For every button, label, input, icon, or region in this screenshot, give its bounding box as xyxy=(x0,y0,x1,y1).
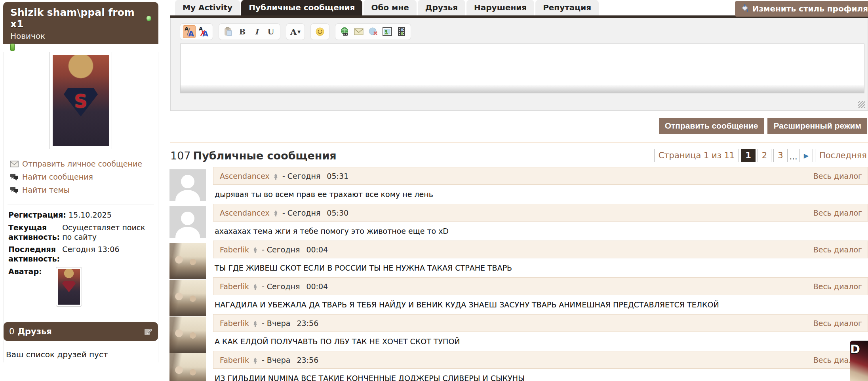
info-label: Аватар: xyxy=(8,267,51,307)
commenter-avatar[interactable] xyxy=(169,280,206,316)
info-value: 15.10.2025 xyxy=(66,210,112,220)
message-time: 00:04 xyxy=(306,282,328,291)
overlay-letter: D xyxy=(850,342,860,356)
chevron-down-icon: ▼ xyxy=(297,30,301,34)
message-row: Ascendancex - Сегодня 05:30 Весь диалог … xyxy=(170,204,868,241)
message-text: дырявая ты во всем прав ее трахают все к… xyxy=(213,185,868,199)
bold-icon[interactable]: B xyxy=(236,25,249,38)
editor-toolbar: AA AA✗ B I U xyxy=(171,18,868,44)
insert-link-icon[interactable] xyxy=(338,25,351,38)
send-message-button[interactable]: Отправить сообщение xyxy=(659,118,764,134)
message-time: 23:56 xyxy=(297,319,319,328)
view-dialog-link[interactable]: Весь диалог xyxy=(813,172,862,180)
info-value xyxy=(51,267,82,307)
message-row: Faberlik - Сегодня 00:04 Весь диалог НАГ… xyxy=(170,277,868,314)
toolbar-group-format: B I U xyxy=(219,24,280,40)
commenter-avatar[interactable] xyxy=(169,317,206,353)
font-size-icon[interactable]: A▼ xyxy=(289,25,302,38)
author-link[interactable]: Faberlik xyxy=(220,319,249,328)
info-value: Сегодня 13:06 xyxy=(60,245,119,264)
message-time: 23:56 xyxy=(297,356,319,364)
page-button-2[interactable]: 2 xyxy=(758,149,771,162)
author-link[interactable]: Faberlik xyxy=(220,245,249,254)
commenter-avatar[interactable] xyxy=(169,169,206,201)
edit-friends-icon[interactable] xyxy=(144,327,152,336)
commenter-avatar[interactable] xyxy=(169,206,206,238)
italic-icon[interactable]: I xyxy=(250,25,263,38)
view-dialog-link[interactable]: Весь диалог xyxy=(813,209,862,217)
info-row-current-activity: Текущая активность: Осуществляет поиск п… xyxy=(8,223,154,242)
view-dialog-link[interactable]: Весь диалог xyxy=(813,245,862,254)
edit-profile-style-button[interactable]: Изменить стиль профиля xyxy=(735,1,868,17)
page-button-1[interactable]: 1 xyxy=(741,149,756,162)
commenter-avatar[interactable] xyxy=(169,243,206,279)
avatar-frame xyxy=(49,52,112,149)
find-topics-link[interactable]: Найти темы xyxy=(10,186,158,194)
smiley-icon[interactable] xyxy=(314,25,326,38)
remove-format-icon[interactable]: AA✗ xyxy=(197,25,210,38)
author-link[interactable]: Ascendancex xyxy=(220,172,270,180)
user-status-icon xyxy=(273,174,278,180)
friends-section-header: 0 Друзья xyxy=(4,322,158,341)
insert-email-icon[interactable] xyxy=(352,25,365,38)
profile-sidebar: Shizik sham\ppal from x1 Новичок Отправи… xyxy=(3,2,158,362)
tab-friends[interactable]: Друзья xyxy=(418,0,465,15)
messages-count: 107 xyxy=(170,150,191,162)
underline-icon[interactable]: U xyxy=(265,25,277,38)
tab-about-me[interactable]: Обо мне xyxy=(364,0,416,15)
edit-style-label: Изменить стиль профиля xyxy=(752,4,868,13)
profile-info-table: Регистрация: 15.10.2025 Текущая активнос… xyxy=(8,205,154,307)
advanced-mode-button[interactable]: Расширенный режим xyxy=(767,118,867,134)
supergirl-shield-icon xyxy=(64,88,98,117)
info-row-registration: Регистрация: 15.10.2025 xyxy=(8,210,154,220)
user-status-icon xyxy=(253,284,258,290)
page-button-3[interactable]: 3 xyxy=(773,149,787,162)
page-info: Страница 1 из 11 xyxy=(654,149,739,162)
message-row: Faberlik - Вчера 23:56 Весь диалог А КАК… xyxy=(170,314,868,351)
view-dialog-link[interactable]: Весь диалог xyxy=(813,319,862,328)
main-content: My Activity Публичные сообщения Обо мне … xyxy=(170,0,868,381)
action-link-label: Отправить личное сообщение xyxy=(22,159,142,168)
message-text: НАГАДИЛА И УБЕЖАЛА ДА ТВАРЬ Я ТЕБЯ НАЙДУ… xyxy=(213,295,868,309)
tab-reputation[interactable]: Репутация xyxy=(535,0,599,15)
friends-title: Друзья xyxy=(17,327,144,336)
info-label: Текущая активность: xyxy=(8,223,60,242)
online-status-icon xyxy=(147,16,151,21)
message-time: 00:04 xyxy=(306,245,328,254)
find-posts-link[interactable]: Найти сообщения xyxy=(10,172,158,181)
pagination: Страница 1 из 11 1 2 3 ... ▶ Последняя xyxy=(654,149,868,162)
unlink-icon[interactable] xyxy=(367,25,379,38)
profile-header: Shizik sham\ppal from x1 Новичок xyxy=(3,2,158,44)
user-status-icon xyxy=(253,321,258,327)
default-avatar-icon xyxy=(169,169,206,201)
page-title: 107Публичные сообщения xyxy=(170,150,337,162)
info-value: Осуществляет поиск по сайту xyxy=(60,223,154,242)
message-date: - Сегодня xyxy=(282,209,320,217)
author-link[interactable]: Ascendancex xyxy=(220,209,270,217)
author-link[interactable]: Faberlik xyxy=(220,356,249,364)
tab-infractions[interactable]: Нарушения xyxy=(466,0,534,15)
message-text: ахахахах тема жги я тебе помогу это живо… xyxy=(213,222,868,235)
info-label: Последняя активность: xyxy=(8,245,60,264)
last-page-button[interactable]: Последняя xyxy=(815,149,868,162)
send-private-message-link[interactable]: Отправить личное сообщение xyxy=(10,159,158,168)
message-text: ИЗ ГИЛЬДИИ NUMINA ВСЕ ТАКИЕ КОНЧЕННЫЕ ДО… xyxy=(213,369,868,381)
insert-image-icon[interactable] xyxy=(381,25,394,38)
next-page-button[interactable]: ▶ xyxy=(799,149,813,162)
commenter-avatar[interactable] xyxy=(169,353,206,381)
message-header: Faberlik - Сегодня 00:04 Весь диалог xyxy=(213,277,868,295)
view-dialog-link[interactable]: Весь диалог xyxy=(813,282,862,291)
insert-video-icon[interactable] xyxy=(395,25,408,38)
message-date: - Сегодня xyxy=(282,172,320,180)
author-link[interactable]: Faberlik xyxy=(220,282,249,291)
wysiwyg-toggle-icon[interactable]: AA xyxy=(183,25,196,38)
profile-body: Отправить личное сообщение Найти сообщен… xyxy=(3,52,158,362)
tab-my-activity[interactable]: My Activity xyxy=(175,0,240,15)
tab-public-messages[interactable]: Публичные сообщения xyxy=(241,0,362,15)
friends-empty-text: Ваш список друзей пуст xyxy=(4,341,158,359)
message-input[interactable] xyxy=(180,44,864,85)
photo-avatar-image xyxy=(169,353,206,381)
resize-handle[interactable] xyxy=(858,101,865,108)
paste-icon[interactable] xyxy=(222,25,234,38)
profile-action-links: Отправить личное сообщение Найти сообщен… xyxy=(10,159,158,194)
